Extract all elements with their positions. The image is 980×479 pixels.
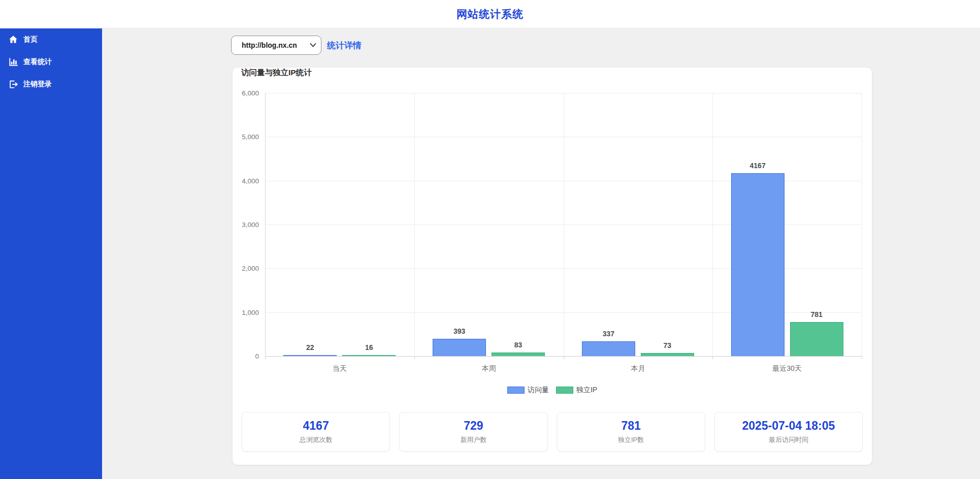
bar-访问量-最近30天: [731, 173, 785, 356]
chart-card: 访问量与独立IP统计 01,0002,0003,0004,0005,0006,0…: [233, 68, 872, 465]
chart-legend: 访问量独立IP: [233, 386, 872, 395]
bar-chart: 01,0002,0003,0004,0005,0006,0002216当天393…: [265, 93, 862, 356]
x-axis-category-label: 本周: [482, 364, 496, 373]
bar-value-label: 22: [306, 343, 314, 352]
stats-row: 4167总浏览次数729新用户数781独立IP数2025-07-04 18:05…: [242, 412, 863, 452]
bar-value-label: 337: [603, 330, 614, 338]
stat-value: 2025-07-04 18:05: [715, 419, 862, 432]
stat-value: 729: [400, 419, 547, 432]
gridline-x-3: [712, 93, 713, 356]
y-axis-tick-label: 3,000: [242, 221, 259, 229]
legend-item-独立IP[interactable]: 独立IP: [556, 386, 597, 395]
bar-独立IP-本周: [492, 353, 545, 356]
y-axis-tick-label: 4,000: [242, 177, 259, 184]
sidebar: 首页查看统计注销登录: [0, 28, 102, 479]
gridline-x-2: [564, 93, 564, 356]
legend-label: 独立IP: [576, 386, 597, 395]
x-axis-tick: [265, 356, 266, 359]
bar-访问量-本月: [582, 341, 635, 356]
gridline-x-4: [862, 93, 862, 356]
x-axis-category-label: 本月: [631, 364, 645, 373]
legend-swatch-icon: [556, 387, 573, 394]
logout-icon: [9, 80, 18, 89]
bar-value-label: 16: [365, 343, 373, 352]
stat-label: 最后访问时间: [715, 435, 862, 444]
bar-独立IP-本月: [641, 353, 694, 356]
gridline-x-1: [414, 93, 415, 356]
home-icon: [9, 35, 18, 44]
toolbar: http://blog.nx.cn 统计详情: [231, 36, 980, 55]
y-axis-tick-label: 1,000: [242, 308, 259, 316]
y-axis-tick-label: 5,000: [242, 133, 259, 141]
y-axis-tick-label: 6,000: [242, 89, 259, 97]
stat-label: 总浏览次数: [242, 435, 389, 444]
bar-独立IP-当天: [342, 355, 396, 356]
stat-label: 新用户数: [400, 435, 547, 444]
content-area: http://blog.nx.cn 统计详情 访问量与独立IP统计 01,000…: [102, 28, 980, 479]
sidebar-item-1[interactable]: 查看统计: [0, 51, 102, 73]
bar-value-label: 73: [664, 341, 672, 349]
sidebar-item-label: 首页: [23, 35, 38, 44]
sidebar-item-2[interactable]: 注销登录: [0, 73, 102, 95]
bar-value-label: 393: [453, 327, 465, 335]
stat-card-2: 781独立IP数: [557, 412, 705, 452]
site-select[interactable]: http://blog.nx.cn: [231, 36, 321, 55]
x-axis-category-label: 最近30天: [772, 364, 802, 373]
x-axis-tick: [712, 356, 713, 359]
bar-访问量-当天: [283, 355, 337, 356]
legend-label: 访问量: [528, 386, 549, 395]
main-layout: 首页查看统计注销登录 http://blog.nx.cn 统计详情 访问量与独立…: [0, 28, 980, 479]
x-axis-category-label: 当天: [333, 364, 347, 373]
bar-chart-icon: [9, 57, 18, 67]
sidebar-item-label: 注销登录: [23, 80, 52, 89]
y-axis-tick-label: 0: [255, 353, 259, 360]
legend-swatch-icon: [507, 387, 525, 394]
x-axis-tick: [414, 356, 415, 359]
app-header: 网站统计系统: [0, 0, 980, 28]
site-select-wrap: http://blog.nx.cn: [231, 36, 321, 55]
stat-card-1: 729新用户数: [399, 412, 547, 452]
stats-detail-link[interactable]: 统计详情: [327, 40, 362, 51]
x-axis-tick: [564, 356, 564, 359]
legend-item-访问量[interactable]: 访问量: [507, 386, 549, 395]
stat-value: 4167: [242, 419, 389, 432]
bar-value-label: 83: [514, 341, 522, 349]
stat-card-0: 4167总浏览次数: [242, 412, 390, 452]
page-title: 网站统计系统: [456, 7, 524, 21]
stat-value: 781: [558, 419, 705, 432]
bar-访问量-本周: [433, 339, 486, 356]
x-axis-tick: [862, 356, 862, 359]
chart-title: 访问量与独立IP统计: [241, 68, 872, 78]
stat-card-3: 2025-07-04 18:05最后访问时间: [714, 412, 863, 452]
sidebar-item-label: 查看统计: [23, 57, 52, 67]
bar-独立IP-最近30天: [790, 322, 843, 356]
bar-value-label: 4167: [750, 162, 766, 170]
y-axis-line: [265, 93, 266, 356]
y-axis-tick-label: 2,000: [242, 265, 259, 272]
sidebar-item-0[interactable]: 首页: [0, 28, 102, 51]
bar-value-label: 781: [810, 310, 822, 318]
stat-label: 独立IP数: [558, 435, 705, 444]
